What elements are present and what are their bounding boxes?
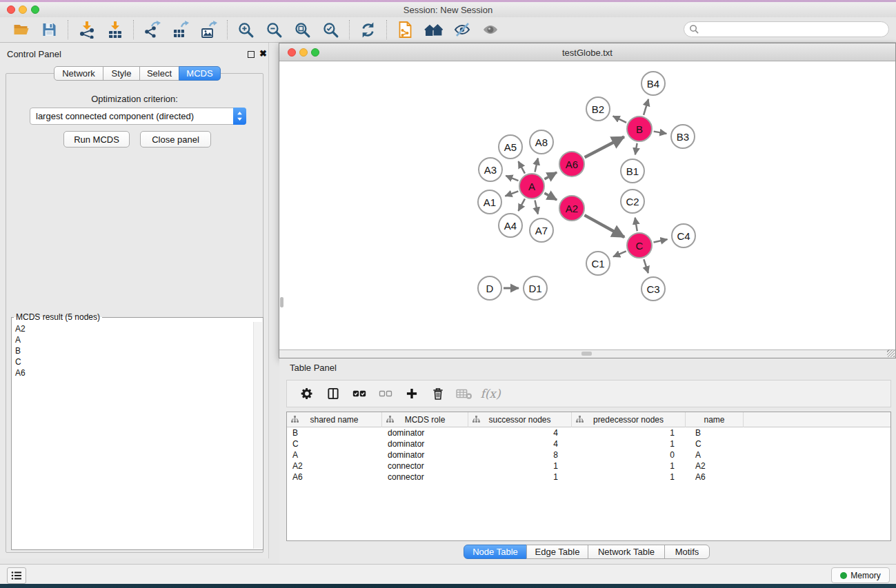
- search-input[interactable]: [699, 23, 888, 36]
- graph-node-B2[interactable]: B2: [586, 97, 610, 121]
- graph-edge-A-A5[interactable]: [518, 161, 525, 173]
- tab-motifs[interactable]: Motifs: [664, 545, 710, 559]
- table-cell[interactable]: 1: [468, 472, 572, 483]
- delete-column-trash-icon[interactable]: [426, 383, 450, 404]
- table-cell[interactable]: 1: [572, 472, 686, 483]
- graph-node-D1[interactable]: D1: [523, 276, 548, 301]
- tab-mcds[interactable]: MCDS: [179, 66, 221, 81]
- graph-edge-A-A3[interactable]: [506, 176, 518, 181]
- zoom-selected-icon[interactable]: [318, 19, 344, 41]
- table-cell[interactable]: C: [686, 438, 744, 449]
- first-neighbors-icon[interactable]: [421, 19, 446, 41]
- table-cell[interactable]: connector: [382, 472, 468, 483]
- resize-grip-icon[interactable]: [887, 349, 895, 357]
- table-cell[interactable]: A: [686, 449, 744, 460]
- mcds-result-item[interactable]: C: [15, 356, 253, 367]
- mcds-result-item[interactable]: A: [15, 334, 253, 345]
- graph-edge-A-A4[interactable]: [518, 199, 525, 210]
- save-session-icon[interactable]: [37, 19, 62, 41]
- close-panel-button[interactable]: Close panel: [140, 131, 211, 148]
- table-settings-gear-icon[interactable]: [295, 383, 319, 404]
- table-cell[interactable]: A: [287, 449, 382, 460]
- mcds-result-item[interactable]: A6: [15, 367, 253, 378]
- table-cell[interactable]: B: [287, 427, 382, 438]
- network-canvas[interactable]: B4B2BB3A8A5A6A3B1AA1C2A2A4A7C4CC1C3DD1: [279, 61, 895, 349]
- graph-node-A5[interactable]: A5: [498, 134, 523, 159]
- graph-edge-B-B4[interactable]: [644, 99, 648, 115]
- zoom-fit-icon[interactable]: [290, 19, 315, 41]
- column-header-name[interactable]: name: [686, 412, 744, 427]
- task-history-list-icon[interactable]: [7, 567, 26, 584]
- export-table-icon[interactable]: [168, 19, 193, 41]
- graph-node-A4[interactable]: A4: [498, 213, 523, 238]
- deselect-all-icon[interactable]: [374, 383, 397, 404]
- export-network-icon[interactable]: [139, 19, 165, 41]
- float-panel-icon[interactable]: [248, 51, 255, 58]
- column-header-shared-name[interactable]: shared name: [287, 412, 382, 427]
- graph-node-C2[interactable]: C2: [620, 189, 645, 214]
- tab-style[interactable]: Style: [103, 66, 140, 81]
- graph-edge-C-C1[interactable]: [613, 251, 626, 256]
- graph-edge-C-C2[interactable]: [635, 218, 637, 232]
- graph-node-A8[interactable]: A8: [529, 130, 554, 154]
- zoom-out-icon[interactable]: [261, 19, 287, 41]
- graph-node-B1[interactable]: B1: [620, 159, 645, 183]
- table-cell[interactable]: A2: [686, 460, 744, 472]
- search-box[interactable]: [684, 21, 889, 37]
- graph-node-C3[interactable]: C3: [641, 276, 666, 301]
- tab-node-table[interactable]: Node Table: [464, 545, 527, 559]
- tab-select[interactable]: Select: [139, 66, 179, 81]
- canvas-horizontal-scroll-thumb[interactable]: [581, 352, 592, 356]
- graph-node-A3[interactable]: A3: [478, 157, 503, 182]
- graph-node-A6[interactable]: A6: [559, 151, 585, 177]
- import-table-from-file-icon[interactable]: [102, 19, 128, 41]
- table-cell[interactable]: 0: [572, 449, 686, 460]
- graph-node-C[interactable]: C: [626, 232, 653, 258]
- graph-edge-C-C4[interactable]: [654, 239, 668, 242]
- mcds-list-scrollbar[interactable]: [253, 322, 262, 549]
- memory-button[interactable]: Memory: [831, 567, 890, 583]
- network-window-titlebar[interactable]: testGlobe.txt: [279, 43, 895, 61]
- show-columns-icon[interactable]: [321, 383, 345, 404]
- show-details-icon[interactable]: [477, 19, 503, 41]
- zoom-in-icon[interactable]: [233, 19, 259, 41]
- graph-edge-B-B2[interactable]: [613, 116, 626, 122]
- graph-node-A[interactable]: A: [519, 173, 545, 199]
- tab-network-table[interactable]: Network Table: [588, 545, 665, 559]
- hide-details-icon[interactable]: [449, 19, 475, 41]
- table-cell[interactable]: 1: [572, 460, 686, 472]
- import-network-from-file-icon[interactable]: [74, 19, 99, 41]
- graph-edge-C-C3[interactable]: [644, 259, 648, 273]
- graph-edge-B-B1[interactable]: [635, 143, 637, 155]
- graph-node-C1[interactable]: C1: [586, 251, 610, 276]
- export-image-icon[interactable]: [196, 19, 221, 41]
- graph-edge-A-A6[interactable]: [544, 172, 557, 179]
- table-cell[interactable]: 8: [468, 449, 572, 460]
- table-row[interactable]: Bdominator41B: [287, 427, 890, 438]
- graph-edge-B-B3[interactable]: [654, 132, 667, 134]
- table-row[interactable]: A6connector11A6: [287, 472, 890, 483]
- open-session-icon[interactable]: [8, 19, 34, 41]
- graph-node-D[interactable]: D: [477, 276, 502, 301]
- table-cell[interactable]: 1: [468, 460, 572, 472]
- graph-node-A7[interactable]: A7: [529, 218, 554, 243]
- table-cell[interactable]: dominator: [382, 438, 468, 449]
- graph-edge-A-A1[interactable]: [505, 191, 518, 196]
- graph-node-B3[interactable]: B3: [670, 124, 695, 149]
- table-cell[interactable]: connector: [382, 460, 468, 472]
- close-panel-icon[interactable]: ✖: [259, 48, 267, 59]
- table-row[interactable]: Adominator80A: [287, 449, 890, 460]
- optimization-criterion-select[interactable]: largest connected component (directed): [30, 108, 246, 125]
- table-row[interactable]: A2connector11A2: [287, 460, 890, 472]
- column-header-MCDS-role[interactable]: MCDS role: [382, 412, 468, 427]
- column-header-predecessor-nodes[interactable]: predecessor nodes: [572, 412, 686, 427]
- table-cell[interactable]: C: [287, 438, 382, 449]
- table-cell[interactable]: A6: [287, 472, 382, 483]
- table-cell[interactable]: A2: [287, 460, 382, 472]
- table-cell[interactable]: dominator: [382, 427, 468, 438]
- graph-node-C4[interactable]: C4: [671, 223, 696, 248]
- table-row[interactable]: Cdominator41C: [287, 438, 890, 449]
- table-cell[interactable]: 4: [468, 427, 572, 438]
- table-cell[interactable]: B: [686, 427, 744, 438]
- graph-edge-A6-B[interactable]: [585, 137, 624, 158]
